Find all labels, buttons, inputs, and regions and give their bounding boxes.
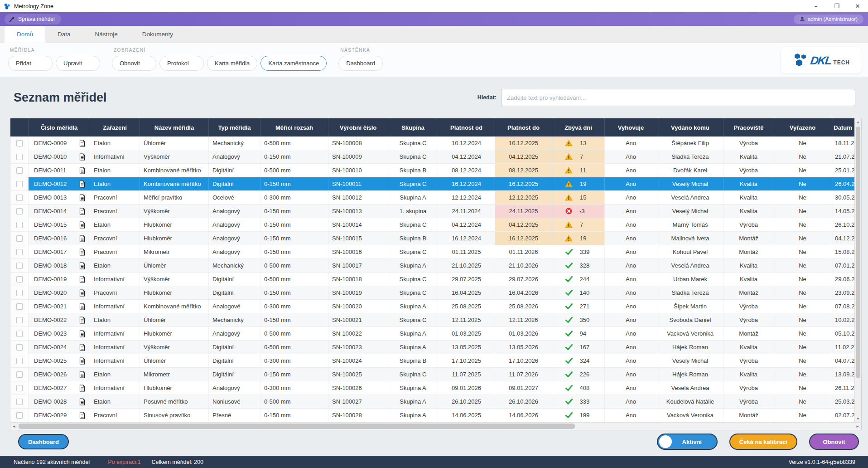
ribbon-button-dashboard[interactable]: Dashboard bbox=[338, 56, 383, 71]
table-row[interactable]: DEMO-0009EtalonÚhloměrMechanický0-500 mm… bbox=[10, 136, 855, 150]
cell-vyhovuje: Ano bbox=[605, 259, 657, 272]
row-checkbox[interactable] bbox=[16, 276, 23, 283]
toggle-knob[interactable] bbox=[659, 435, 672, 448]
table-row[interactable]: DEMO-0028EtalonPosuvné měřítkoNoniusové0… bbox=[10, 395, 855, 409]
search-input[interactable] bbox=[501, 89, 855, 106]
row-checkbox[interactable] bbox=[16, 290, 23, 296]
row-checkbox[interactable] bbox=[16, 371, 23, 378]
close-button[interactable]: ✕ bbox=[847, 0, 868, 12]
row-checkbox[interactable] bbox=[16, 140, 23, 146]
ribbon-button-p-idat[interactable]: Přidat bbox=[8, 56, 53, 71]
table-row[interactable]: DEMO-0026EtalonMikrometrDigitální0-150 m… bbox=[10, 368, 855, 381]
table-row[interactable]: DEMO-0020PracovníHlubkoměrDigitální0-150… bbox=[10, 286, 855, 300]
column-header-do[interactable]: Platnost do bbox=[495, 118, 552, 136]
ribbon-button-protokol[interactable]: Protokol bbox=[159, 56, 204, 71]
column-header-od[interactable]: Platnost od bbox=[438, 118, 495, 136]
dashboard-button[interactable]: Dashboard bbox=[18, 434, 69, 449]
waiting-calibration-button[interactable]: Čeká na kalibraci bbox=[729, 434, 797, 450]
table-row[interactable]: DEMO-0023InformativníHlubkoměrAnalogový0… bbox=[10, 327, 855, 341]
row-checkbox[interactable] bbox=[16, 344, 23, 351]
cell-skupina: Skupina C bbox=[388, 136, 438, 150]
table-row[interactable]: DEMO-0015EtalonHlubkoměrAnalogový0-150 m… bbox=[10, 218, 855, 232]
column-header-check[interactable] bbox=[10, 118, 29, 136]
column-header-zarazeni[interactable]: Zařazení bbox=[90, 118, 140, 136]
tab-nástroje[interactable]: Nástroje bbox=[83, 26, 130, 43]
column-header-zbyva[interactable]: Zbývá dní bbox=[552, 118, 605, 136]
cell-vyrobni: SN-100012 bbox=[328, 191, 388, 204]
row-checkbox[interactable] bbox=[16, 195, 23, 201]
row-checkbox[interactable] bbox=[16, 208, 23, 214]
cell-check bbox=[10, 313, 29, 327]
row-checkbox[interactable] bbox=[16, 235, 23, 242]
column-header-skupina[interactable]: Skupina bbox=[388, 118, 438, 136]
row-checkbox[interactable] bbox=[16, 263, 23, 269]
vertical-scrollbar[interactable]: ▲ ▼ bbox=[854, 118, 861, 422]
column-header-rozsah[interactable]: Měřicí rozsah bbox=[260, 118, 328, 136]
app-menu-label: Správa měřidel bbox=[18, 16, 55, 22]
table-row[interactable]: DEMO-0016PracovníHlubkoměrAnalogový0-150… bbox=[10, 232, 855, 245]
active-toggle[interactable]: Aktivní bbox=[657, 434, 718, 450]
refresh-button[interactable]: Obnovit bbox=[809, 434, 859, 450]
ribbon-button-karta-m-idla[interactable]: Karta měřidla bbox=[207, 56, 257, 71]
app-menu-button[interactable]: Správa měřidel bbox=[5, 14, 61, 24]
ribbon-button-karta-zam-stnance[interactable]: Karta zaměstnance bbox=[260, 56, 327, 71]
column-header-vydano[interactable]: Vydáno komu bbox=[657, 118, 723, 136]
table-row[interactable]: DEMO-0024InformativníVýškoměrDigitální0-… bbox=[10, 341, 855, 354]
row-checkbox[interactable] bbox=[16, 412, 23, 419]
row-checkbox[interactable] bbox=[16, 399, 23, 405]
scroll-left-arrow-icon[interactable]: ◄ bbox=[10, 423, 18, 430]
row-checkbox[interactable] bbox=[16, 385, 23, 391]
ribbon-button-obnovit[interactable]: Obnovit bbox=[112, 56, 156, 71]
cell-check bbox=[10, 395, 29, 408]
row-checkbox[interactable] bbox=[16, 154, 23, 160]
table-row[interactable]: DEMO-0018EtalonÚhloměrMechanický0-500 mm… bbox=[10, 259, 855, 273]
cell-id: DEMO-0018 bbox=[29, 259, 90, 272]
horizontal-scroll-thumb[interactable] bbox=[19, 424, 575, 429]
table-row[interactable]: DEMO-0029PracovníSinusové pravítkoPřesné… bbox=[10, 409, 855, 422]
check-icon bbox=[565, 371, 573, 377]
table-row[interactable]: DEMO-0014PracovníVýškoměrAnalogový0-150 … bbox=[10, 205, 855, 218]
cell-rozsah: 0-300 mm bbox=[260, 191, 328, 204]
row-checkbox[interactable] bbox=[16, 331, 23, 337]
minimize-button[interactable]: – bbox=[805, 0, 826, 12]
table-row[interactable]: DEMO-0011EtalonKombinované měřítkoDigitá… bbox=[10, 164, 855, 177]
scroll-right-arrow-icon[interactable]: ► bbox=[854, 423, 861, 430]
row-checkbox[interactable] bbox=[16, 249, 23, 255]
column-header-pracoviste[interactable]: Pracoviště bbox=[723, 118, 774, 136]
row-checkbox[interactable] bbox=[16, 358, 23, 364]
column-header-typ[interactable]: Typ měřidla bbox=[209, 118, 260, 136]
table-row[interactable]: DEMO-0019InformativníVýškoměrDigitální0-… bbox=[10, 273, 855, 286]
scroll-up-arrow-icon[interactable]: ▲ bbox=[855, 118, 861, 126]
tab-data[interactable]: Data bbox=[45, 26, 83, 43]
ribbon-button-upravit[interactable]: Upravit bbox=[56, 56, 100, 71]
column-header-id[interactable]: Číslo měřidla bbox=[29, 118, 90, 136]
maximize-button[interactable]: ❐ bbox=[826, 0, 847, 12]
row-checkbox[interactable] bbox=[16, 317, 23, 323]
column-header-vyrazeno[interactable]: Vyřazeno bbox=[774, 118, 831, 136]
cell-typ: Digitální bbox=[209, 354, 260, 367]
table-row[interactable]: DEMO-0027InformativníHlubkoměrAnalogový0… bbox=[10, 381, 855, 395]
user-badge[interactable]: admin (Administrator) bbox=[794, 15, 863, 24]
table-row[interactable]: DEMO-0010InformativníVýškoměrAnalogový0-… bbox=[10, 150, 855, 164]
row-checkbox[interactable] bbox=[16, 303, 23, 310]
horizontal-scrollbar[interactable]: ◄ ► bbox=[10, 422, 861, 430]
table-row[interactable]: DEMO-0022EtalonÚhloměrMechanický0-150 mm… bbox=[10, 313, 855, 327]
tab-domů[interactable]: Domů bbox=[5, 26, 45, 43]
table-row[interactable]: DEMO-0021InformativníKombinované měřítko… bbox=[10, 300, 855, 313]
table-row[interactable]: DEMO-0025InformativníÚhloměrDigitální0-3… bbox=[10, 354, 855, 368]
row-checkbox[interactable] bbox=[16, 222, 23, 228]
column-header-vyhovuje[interactable]: Vyhovuje bbox=[605, 118, 657, 136]
row-checkbox[interactable] bbox=[16, 181, 23, 187]
scroll-down-arrow-icon[interactable]: ▼ bbox=[855, 415, 861, 422]
cell-do: 04.12.2025 bbox=[495, 150, 552, 163]
cell-vyhovuje: Ano bbox=[605, 327, 657, 340]
table-row[interactable]: DEMO-0017PracovníMikrometrAnalogový0-150… bbox=[10, 245, 855, 259]
tab-dokumenty[interactable]: Dokumenty bbox=[130, 26, 185, 43]
column-header-nazev[interactable]: Název měřidla bbox=[140, 118, 209, 136]
row-checkbox[interactable] bbox=[16, 167, 23, 174]
vertical-scroll-thumb[interactable] bbox=[856, 127, 860, 378]
column-header-datum[interactable]: Datum bbox=[831, 118, 855, 136]
table-row[interactable]: DEMO-0013PracovníMěřicí pravítkoOcelové0… bbox=[10, 191, 855, 205]
column-header-vyrobni[interactable]: Výrobní číslo bbox=[328, 118, 388, 136]
table-row[interactable]: DEMO-0012EtalonKombinované měřítkoDigitá… bbox=[10, 177, 855, 191]
